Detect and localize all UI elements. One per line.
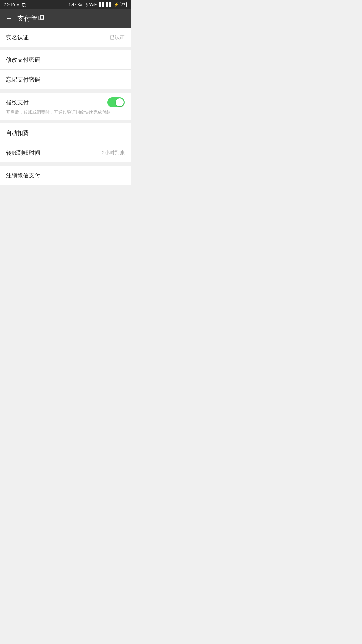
nav-bar: ← 支付管理 bbox=[0, 9, 131, 28]
real-name-auth-value: 已认证 bbox=[110, 34, 125, 41]
status-bar: 22:10 ∞ 🖼 1.47 K/s ◷ WiFi ▋▋ ▋▋ ⚡ 27 bbox=[0, 0, 131, 9]
transfer-time-label: 转账到账时间 bbox=[6, 149, 40, 157]
status-right: 1.47 K/s ◷ WiFi ▋▋ ▋▋ ⚡ 27 bbox=[69, 2, 127, 7]
divider-4 bbox=[0, 162, 131, 166]
fingerprint-label: 指纹支付 bbox=[6, 99, 29, 106]
divider-2 bbox=[0, 89, 131, 93]
time: 22:10 bbox=[4, 2, 15, 7]
wifi-icon: WiFi bbox=[89, 2, 98, 7]
deduction-section: 自动扣费 转账到账时间 2小时到账 bbox=[0, 123, 131, 162]
cancel-wechat-pay-label: 注销微信支付 bbox=[6, 172, 40, 179]
bottom-fill bbox=[0, 185, 131, 299]
status-left: 22:10 ∞ 🖼 bbox=[4, 2, 26, 7]
speed: 1.47 K/s bbox=[69, 2, 83, 7]
fingerprint-item: 指纹支付 开启后，转账或消费时，可通过验证指纹快速完成付款 bbox=[0, 93, 131, 120]
change-password-label: 修改支付密码 bbox=[6, 56, 40, 64]
cancel-wechat-pay-item[interactable]: 注销微信支付 bbox=[0, 166, 131, 185]
divider-1 bbox=[0, 47, 131, 50]
fingerprint-toggle[interactable] bbox=[107, 97, 125, 107]
divider-3 bbox=[0, 120, 131, 123]
infinity-icon: ∞ bbox=[17, 2, 20, 7]
alarm-icon: ◷ bbox=[85, 2, 88, 7]
fingerprint-desc: 开启后，转账或消费时，可通过验证指纹快速完成付款 bbox=[6, 109, 125, 115]
transfer-time-value: 2小时到账 bbox=[102, 150, 125, 156]
forgot-password-item[interactable]: 忘记支付密码 bbox=[0, 70, 131, 89]
auto-deduction-item[interactable]: 自动扣费 bbox=[0, 123, 131, 143]
signal2-icon: ▋▋ bbox=[106, 2, 112, 7]
cancel-section: 注销微信支付 bbox=[0, 166, 131, 185]
image-icon: 🖼 bbox=[21, 2, 26, 7]
real-name-auth-item[interactable]: 实名认证 已认证 bbox=[0, 28, 131, 47]
bolt-icon: ⚡ bbox=[114, 2, 119, 7]
signal-icon: ▋▋ bbox=[99, 2, 105, 7]
auto-deduction-label: 自动扣费 bbox=[6, 129, 29, 137]
back-button[interactable]: ← bbox=[5, 14, 13, 23]
battery-icon: 27 bbox=[120, 2, 127, 7]
transfer-time-item[interactable]: 转账到账时间 2小时到账 bbox=[0, 143, 131, 162]
forgot-password-label: 忘记支付密码 bbox=[6, 76, 40, 84]
real-name-auth-label: 实名认证 bbox=[6, 34, 29, 41]
identity-section: 实名认证 已认证 bbox=[0, 28, 131, 47]
change-password-item[interactable]: 修改支付密码 bbox=[0, 50, 131, 70]
fingerprint-section: 指纹支付 开启后，转账或消费时，可通过验证指纹快速完成付款 bbox=[0, 93, 131, 120]
fingerprint-row: 指纹支付 bbox=[6, 97, 125, 107]
page-title: 支付管理 bbox=[17, 14, 44, 23]
password-section: 修改支付密码 忘记支付密码 bbox=[0, 50, 131, 89]
